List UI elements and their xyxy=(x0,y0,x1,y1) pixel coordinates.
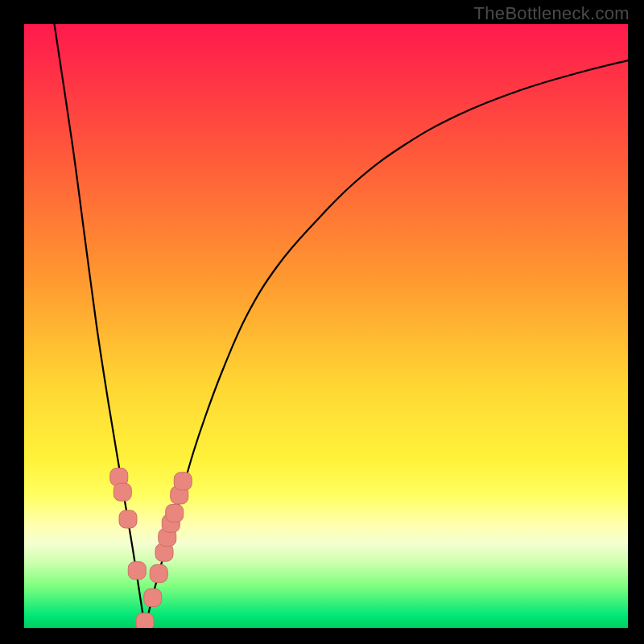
data-marker xyxy=(136,613,154,629)
bottleneck-curve xyxy=(55,24,629,628)
chart-frame: TheBottleneck.com xyxy=(0,0,644,644)
marker-group xyxy=(110,469,192,629)
data-marker xyxy=(128,562,146,580)
data-marker xyxy=(166,505,184,522)
curve-layer xyxy=(24,24,628,628)
data-marker xyxy=(114,483,131,501)
watermark-text: TheBottleneck.com xyxy=(474,3,630,24)
data-marker xyxy=(150,565,167,583)
data-marker xyxy=(144,589,162,607)
data-marker xyxy=(119,510,137,528)
plot-area xyxy=(24,24,628,628)
data-marker xyxy=(174,473,192,490)
